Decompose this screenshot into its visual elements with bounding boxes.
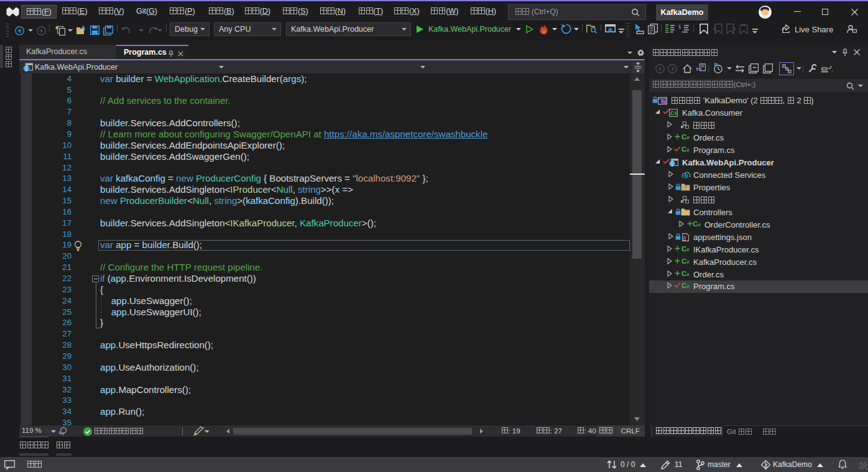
svg-text:C#: C# xyxy=(670,109,678,116)
svg-text:{}: {} xyxy=(683,236,686,241)
